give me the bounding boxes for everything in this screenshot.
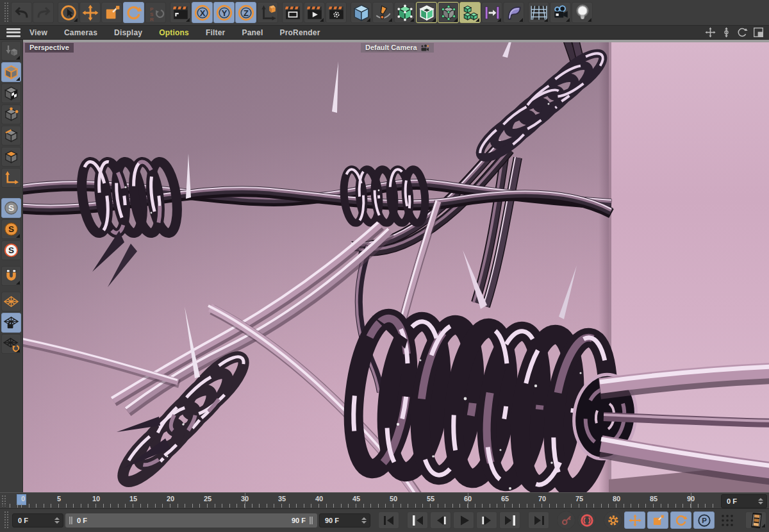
- live-selection-button[interactable]: [58, 2, 79, 23]
- next-key-button[interactable]: [499, 511, 520, 529]
- timeline-ruler-row: 0 5 10 15 20 25 30 35 40 45 50 55 60 65 …: [0, 492, 769, 508]
- record-keyframe-button[interactable]: [557, 511, 575, 529]
- record-keyframe-icon: [560, 514, 573, 527]
- prev-key-button[interactable]: [407, 511, 428, 529]
- stepper-arrows[interactable]: [757, 498, 764, 504]
- viewport-panel[interactable]: Perspective Default Camera: [23, 40, 769, 492]
- ruler-tick-label: 65: [501, 495, 509, 503]
- render-picture-viewer-icon: [306, 4, 323, 21]
- menu-cameras[interactable]: Cameras: [64, 28, 97, 37]
- range-grip-left[interactable]: [69, 517, 70, 524]
- viewport-view-label[interactable]: Perspective: [25, 43, 74, 53]
- rotate-view-icon[interactable]: [737, 27, 748, 38]
- align-workplane-button[interactable]: [1, 334, 21, 354]
- ruler-tick-label: 60: [464, 495, 472, 503]
- snap-button[interactable]: [1, 266, 21, 286]
- cage-deformer-button[interactable]: [438, 2, 459, 23]
- ruler-tick-label: 85: [650, 495, 657, 503]
- keyable-parameter-button[interactable]: P: [693, 511, 715, 529]
- add-cube-button[interactable]: [351, 2, 372, 23]
- toggle-view-icon[interactable]: [753, 27, 764, 38]
- timeline-ruler[interactable]: 0 5 10 15 20 25 30 35 40 45 50 55 60 65 …: [9, 493, 719, 508]
- viewport-nav-controls: [705, 27, 764, 38]
- camera-button[interactable]: [550, 2, 571, 23]
- filmstrip-button[interactable]: [745, 511, 766, 529]
- frame-increment-field[interactable]: 0 F: [721, 494, 767, 508]
- end-frame-field[interactable]: 90 F: [319, 513, 370, 528]
- stepper-arrows[interactable]: [54, 517, 60, 524]
- keyframe-settings-button[interactable]: [604, 511, 622, 529]
- pan-view-icon[interactable]: [705, 27, 716, 38]
- bend-deformer-button[interactable]: [503, 2, 524, 23]
- cloner-button[interactable]: [459, 2, 481, 23]
- menu-display[interactable]: Display: [114, 28, 142, 37]
- solo-single-button[interactable]: S: [1, 219, 21, 239]
- points-mode-button[interactable]: [1, 104, 21, 124]
- edges-mode-button[interactable]: [1, 126, 21, 145]
- coordinate-system-button[interactable]: [257, 2, 278, 23]
- range-grip-right[interactable]: [310, 517, 311, 524]
- make-editable-button[interactable]: [1, 41, 21, 61]
- autokey-button[interactable]: [577, 511, 596, 529]
- menu-filter[interactable]: Filter: [206, 28, 226, 37]
- lock-workplane-button[interactable]: [1, 313, 21, 333]
- render-settings-icon: [328, 4, 345, 21]
- generator-button[interactable]: [416, 2, 437, 23]
- z-axis-lock-button[interactable]: Z: [235, 2, 256, 23]
- y-axis-lock-button[interactable]: Y: [213, 2, 235, 23]
- solo-hierarchy-icon: S: [3, 242, 19, 258]
- menu-hamburger-icon[interactable]: [6, 28, 21, 37]
- keyable-position-button[interactable]: [624, 511, 645, 529]
- dolly-view-icon[interactable]: [721, 27, 732, 38]
- range-start-label: 0 F: [77, 517, 87, 524]
- model-mode-button[interactable]: [1, 62, 21, 82]
- subdivision-surface-icon: [396, 4, 414, 22]
- play-button[interactable]: [453, 511, 474, 529]
- redo-button[interactable]: [33, 2, 54, 23]
- next-frame-button[interactable]: [476, 511, 497, 529]
- menu-prorender[interactable]: ProRender: [279, 28, 320, 37]
- menu-view[interactable]: View: [29, 28, 47, 37]
- keyable-pla-button[interactable]: [716, 511, 738, 529]
- undo-button[interactable]: [11, 2, 32, 23]
- subdivision-surface-button[interactable]: [394, 2, 415, 23]
- svg-text:R: R: [150, 17, 154, 22]
- scale-tool-button[interactable]: [101, 2, 122, 23]
- rotate-tool-button[interactable]: [123, 2, 144, 23]
- floor-button[interactable]: [528, 2, 549, 23]
- move-tool-button[interactable]: [79, 2, 101, 23]
- axis-mode-button[interactable]: [1, 168, 21, 188]
- goto-start-button[interactable]: [378, 511, 399, 529]
- transport-drag-handle[interactable]: [4, 511, 9, 529]
- polygons-mode-button[interactable]: [1, 147, 21, 167]
- render-settings-button[interactable]: [326, 2, 347, 23]
- goto-end-button[interactable]: [528, 511, 549, 529]
- render-region-button[interactable]: [170, 2, 191, 23]
- viewport-render-barbed-wire[interactable]: [23, 40, 769, 492]
- render-view-button[interactable]: [282, 2, 303, 23]
- ruler-drag-handle[interactable]: [1, 495, 6, 506]
- timeline-range-slider[interactable]: 0 F 90 F: [65, 513, 317, 528]
- render-picture-viewer-button[interactable]: [304, 2, 325, 23]
- points-mode-icon: [3, 106, 19, 122]
- toolbar-drag-handle[interactable]: [4, 2, 9, 23]
- solo-hierarchy-button[interactable]: S: [1, 240, 21, 260]
- menu-options[interactable]: Options: [159, 28, 189, 37]
- solo-off-button[interactable]: S: [1, 198, 21, 218]
- texture-mode-button[interactable]: [1, 83, 21, 103]
- stepper-arrows[interactable]: [361, 517, 367, 524]
- keyable-scale-button[interactable]: [647, 511, 668, 529]
- workplane-button[interactable]: [1, 292, 21, 312]
- x-axis-lock-button[interactable]: X: [192, 2, 213, 23]
- light-button[interactable]: [572, 2, 593, 23]
- transfer-tool-button[interactable]: [481, 2, 502, 23]
- current-frame-field[interactable]: 0 F: [12, 513, 63, 528]
- keyable-position-icon: [629, 514, 641, 527]
- y-axis-icon: Y: [216, 4, 233, 21]
- keyable-rotation-button[interactable]: [670, 511, 691, 529]
- psr-recent-button[interactable]: P S R: [145, 2, 166, 23]
- pen-spline-button[interactable]: [372, 2, 393, 23]
- prev-frame-button[interactable]: [430, 511, 451, 529]
- viewport-camera-label[interactable]: Default Camera: [361, 43, 434, 53]
- menu-panel[interactable]: Panel: [242, 28, 263, 37]
